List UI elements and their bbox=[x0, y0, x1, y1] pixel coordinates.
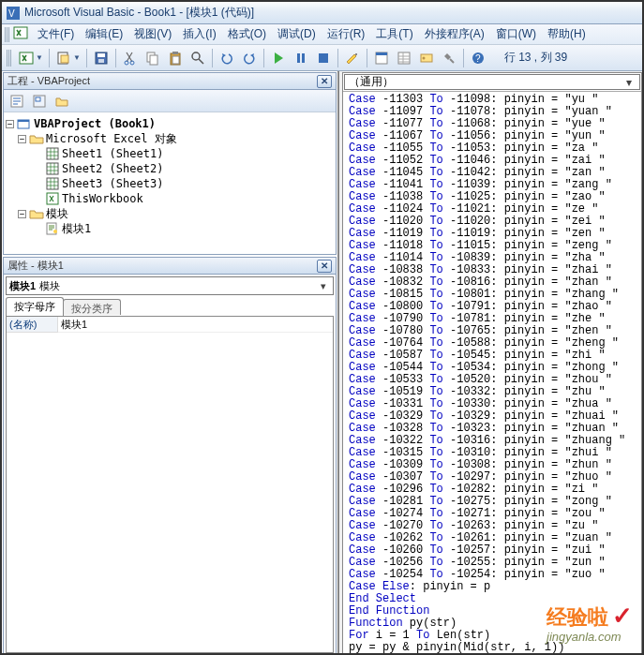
folder-icon[interactable] bbox=[52, 91, 72, 112]
dropdown-arrow-icon[interactable]: ▼ bbox=[36, 53, 43, 62]
design-mode-icon[interactable] bbox=[342, 48, 363, 68]
svg-rect-12 bbox=[150, 55, 157, 65]
break-icon[interactable] bbox=[291, 48, 311, 68]
tree-excel-objects[interactable]: Microsoft Excel 对象 bbox=[46, 131, 177, 147]
run-icon[interactable] bbox=[268, 48, 289, 68]
object-type: 模块 bbox=[39, 279, 60, 293]
folder-icon bbox=[29, 207, 44, 220]
tab-alphabetical[interactable]: 按字母序 bbox=[6, 297, 64, 316]
tree-module1[interactable]: 模块1 bbox=[62, 221, 91, 237]
menu-window[interactable]: 窗口(W) bbox=[490, 24, 542, 44]
menu-tools[interactable]: 工具(T) bbox=[370, 24, 418, 44]
properties-icon[interactable] bbox=[394, 48, 414, 68]
svg-rect-5 bbox=[61, 55, 68, 63]
dropdown-arrow-icon[interactable]: ▼ bbox=[73, 53, 81, 62]
object-dropdown[interactable]: （通用） ▾ bbox=[344, 74, 640, 90]
toolbar: ▼ ▼ ? 行 13 , 列 39 bbox=[2, 45, 642, 71]
project-panel-header[interactable]: 工程 - VBAProject ✕ bbox=[4, 73, 336, 90]
object-name: 模块1 bbox=[9, 279, 36, 293]
svg-point-16 bbox=[192, 52, 200, 60]
toolbox-icon[interactable] bbox=[439, 48, 459, 68]
workbook-icon bbox=[45, 192, 60, 205]
paste-icon[interactable] bbox=[165, 48, 186, 68]
tree-sheet2[interactable]: Sheet2 (Sheet2) bbox=[62, 162, 163, 175]
folder-icon bbox=[29, 132, 44, 145]
menu-debug[interactable]: 调试(D) bbox=[272, 24, 322, 44]
property-row[interactable]: (名称) 模块1 bbox=[7, 317, 333, 333]
code-area: （通用） ▾ Case -11303 To -11098: pinyin = "… bbox=[339, 71, 642, 655]
close-icon[interactable]: ✕ bbox=[317, 75, 332, 88]
close-icon[interactable]: ✕ bbox=[317, 260, 332, 273]
cursor-position: 行 13 , 列 39 bbox=[499, 48, 573, 67]
excel-icon[interactable] bbox=[13, 25, 28, 43]
tree-sheet1[interactable]: Sheet1 (Sheet1) bbox=[62, 147, 163, 160]
view-excel-icon[interactable] bbox=[16, 48, 37, 68]
menu-addins[interactable]: 外接程序(A) bbox=[419, 24, 490, 44]
menubar-grip[interactable] bbox=[5, 27, 10, 42]
svg-text:?: ? bbox=[475, 53, 481, 64]
svg-text:V: V bbox=[8, 8, 15, 19]
undo-icon[interactable] bbox=[217, 48, 237, 68]
property-value[interactable]: 模块1 bbox=[58, 317, 333, 333]
properties-panel-header[interactable]: 属性 - 模块1 ✕ bbox=[4, 258, 336, 275]
redo-icon[interactable] bbox=[239, 48, 260, 68]
menu-help[interactable]: 帮助(H) bbox=[542, 24, 592, 44]
properties-object-selector[interactable]: 模块1 模块 ▾ bbox=[6, 276, 334, 295]
app-icon: V bbox=[6, 6, 21, 21]
chevron-down-icon[interactable]: ▾ bbox=[622, 76, 636, 89]
svg-rect-8 bbox=[98, 59, 104, 63]
menu-edit[interactable]: 编辑(E) bbox=[80, 24, 128, 44]
expand-icon[interactable]: − bbox=[18, 210, 26, 218]
svg-point-25 bbox=[422, 56, 425, 59]
tab-categorized[interactable]: 按分类序 bbox=[63, 299, 121, 315]
object-dropdown-value: （通用） bbox=[349, 74, 394, 90]
expand-icon[interactable]: − bbox=[18, 135, 26, 143]
reset-icon[interactable] bbox=[313, 48, 334, 68]
svg-rect-35 bbox=[47, 178, 58, 189]
tree-modules[interactable]: 模块 bbox=[46, 206, 68, 222]
svg-rect-22 bbox=[376, 52, 387, 55]
title-bar: V Microsoft Visual Basic - Book1 - [模块1 … bbox=[2, 2, 642, 24]
expand-icon[interactable]: − bbox=[6, 120, 14, 128]
object-browser-icon[interactable] bbox=[416, 48, 437, 68]
svg-rect-34 bbox=[47, 163, 58, 174]
find-icon[interactable] bbox=[187, 48, 208, 68]
sheet-icon bbox=[45, 147, 60, 160]
cut-icon[interactable] bbox=[120, 48, 141, 68]
svg-rect-15 bbox=[172, 56, 179, 64]
project-tree[interactable]: −VBAProject (Book1) −Microsoft Excel 对象 … bbox=[4, 112, 336, 254]
svg-rect-17 bbox=[297, 53, 300, 63]
project-panel-title: 工程 - VBAProject bbox=[7, 74, 90, 88]
window-title: Microsoft Visual Basic - Book1 - [模块1 (代… bbox=[24, 5, 254, 21]
project-explorer-panel: 工程 - VBAProject ✕ −VBAProject (Book1) −M… bbox=[3, 72, 337, 255]
code-editor[interactable]: Case -11303 To -11098: pinyin = "yu " Ca… bbox=[343, 92, 641, 655]
chevron-down-icon[interactable]: ▾ bbox=[317, 280, 330, 292]
svg-point-38 bbox=[53, 230, 57, 233]
project-explorer-icon[interactable] bbox=[371, 48, 392, 68]
insert-module-icon[interactable] bbox=[53, 48, 74, 68]
svg-rect-2 bbox=[14, 27, 27, 38]
menu-view[interactable]: 视图(V) bbox=[128, 24, 177, 44]
menu-run[interactable]: 运行(R) bbox=[322, 24, 371, 44]
tree-sheet3[interactable]: Sheet3 (Sheet3) bbox=[62, 177, 163, 190]
menu-format[interactable]: 格式(O) bbox=[222, 24, 272, 44]
menu-bar: 文件(F) 编辑(E) 视图(V) 插入(I) 格式(O) 调试(D) 运行(R… bbox=[2, 24, 642, 45]
svg-rect-3 bbox=[20, 52, 33, 64]
tree-root[interactable]: VBAProject (Book1) bbox=[34, 117, 156, 130]
svg-rect-30 bbox=[36, 97, 40, 101]
code-dropdowns: （通用） ▾ bbox=[343, 73, 641, 92]
module-icon bbox=[45, 222, 60, 235]
view-object-icon[interactable] bbox=[29, 91, 50, 112]
toolbar-grip[interactable] bbox=[7, 50, 12, 67]
menu-insert[interactable]: 插入(I) bbox=[177, 24, 221, 44]
tree-thisworkbook[interactable]: ThisWorkbook bbox=[62, 192, 143, 205]
help-icon[interactable]: ? bbox=[468, 48, 488, 68]
project-panel-toolbar bbox=[4, 90, 336, 112]
properties-grid[interactable]: (名称) 模块1 bbox=[6, 316, 334, 653]
copy-icon[interactable] bbox=[142, 48, 163, 68]
properties-tabs: 按字母序 按分类序 bbox=[6, 297, 334, 316]
sheet-icon bbox=[45, 162, 60, 175]
save-icon[interactable] bbox=[91, 48, 112, 68]
menu-file[interactable]: 文件(F) bbox=[32, 24, 80, 44]
view-code-icon[interactable] bbox=[7, 91, 27, 112]
